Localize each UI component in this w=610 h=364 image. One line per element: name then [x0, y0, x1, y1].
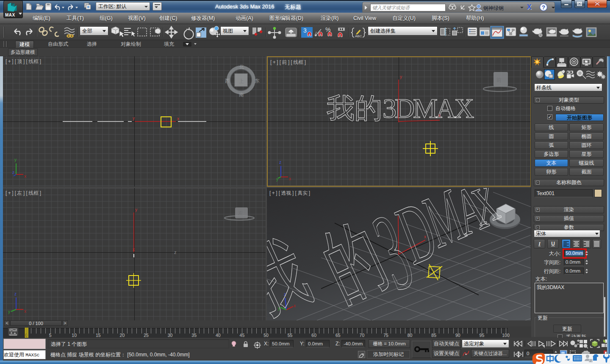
svg-text:西: 西 [225, 78, 230, 83]
svg-text:3: 3 [303, 27, 307, 34]
svg-text:x: x [24, 174, 26, 179]
svg-text:上: 上 [239, 78, 244, 84]
svg-text:x: x [438, 113, 441, 118]
svg-text:z: z [279, 160, 281, 165]
svg-text:x: x [289, 176, 291, 181]
svg-text:y: y [276, 177, 278, 182]
svg-text:y: y [135, 207, 137, 212]
svg-text:南: 南 [239, 92, 244, 97]
svg-text:前: 前 [496, 77, 502, 83]
svg-text:我: 我 [267, 226, 321, 320]
svg-text:x: x [177, 116, 179, 121]
svg-text:y: y [14, 157, 17, 162]
svg-text:北: 北 [239, 64, 244, 69]
svg-text:z: z [174, 250, 177, 255]
svg-text:x: x [133, 247, 135, 252]
svg-text:ABC: ABC [355, 34, 362, 38]
svg-text:z: z [12, 170, 14, 175]
svg-text:东: 东 [255, 78, 260, 83]
svg-text:y: y [400, 74, 402, 79]
svg-text:2: 2 [590, 359, 592, 363]
svg-text:y: y [133, 116, 135, 121]
svg-text:y: y [8, 309, 10, 314]
svg-text:x: x [24, 309, 26, 314]
svg-text:z: z [14, 292, 17, 296]
